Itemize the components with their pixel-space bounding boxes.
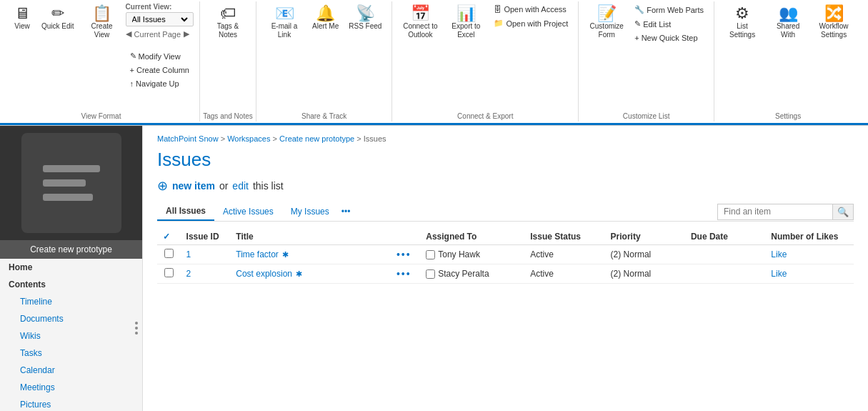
search-box: 🔍	[717, 204, 854, 220]
left-arrow-icon[interactable]: ◀	[126, 29, 131, 39]
breadcrumb-prototype[interactable]: Create new prototype	[279, 134, 354, 143]
sidebar: Create new prototype Home Contents Timel…	[0, 126, 143, 411]
row-2-checkbox[interactable]	[164, 268, 174, 277]
col-likes-header[interactable]: Number of Likes	[765, 229, 854, 245]
col-check-header: ✓	[157, 229, 181, 245]
sidebar-prototype-label: Create new prototype	[0, 240, 142, 259]
table-row: 2 Cost explosion ✱ ••• Sta	[157, 264, 854, 284]
sidebar-item-timeline[interactable]: Timeline	[0, 293, 131, 310]
row-2-id-link[interactable]: 2	[186, 269, 191, 279]
row-1-asterisk: ✱	[282, 250, 289, 259]
create-view-btn[interactable]: 📋 Create View	[80, 3, 124, 42]
new-item-bar: ⊕ new item or edit this list	[157, 178, 854, 194]
row-2-assigned-name: Stacy Peralta	[438, 269, 489, 279]
create-column-btn[interactable]: + Create Column	[126, 64, 194, 76]
breadcrumb-sep-2: >	[273, 134, 279, 143]
my-issues-tab[interactable]: My Issues	[282, 203, 338, 220]
view-tab-more[interactable]: •••	[338, 203, 354, 220]
quick-edit-btn[interactable]: ✏ Quick Edit	[37, 3, 79, 34]
sidebar-item-documents[interactable]: Documents	[0, 310, 131, 327]
list-settings-icon: ⚙	[735, 6, 749, 21]
search-input[interactable]	[718, 204, 832, 219]
col-priority-header[interactable]: Priority	[605, 229, 685, 245]
sidebar-dots	[131, 316, 142, 340]
tags-notes-btn[interactable]: 🏷 Tags & Notes	[206, 3, 250, 42]
breadcrumb-workspaces[interactable]: Workspaces	[227, 134, 270, 143]
email-link-icon: 📧	[275, 6, 294, 21]
view-dropdown[interactable]: All Issues Active Issues My Issues	[126, 12, 194, 26]
sidebar-item-contents[interactable]: Contents	[0, 276, 131, 293]
view-format-col: Current View: All Issues Active Issues M…	[126, 3, 194, 110]
sidebar-item-pictures[interactable]: Pictures	[0, 396, 131, 411]
workflow-settings-btn[interactable]: 🔀 Workflow Settings	[812, 3, 856, 42]
sidebar-dot-3	[135, 332, 138, 335]
row-2-likes: Like	[765, 264, 854, 284]
col-due-header[interactable]: Due Date	[685, 229, 765, 245]
modify-view-icon: ✎	[130, 51, 136, 61]
view-select[interactable]: All Issues Active Issues My Issues	[129, 14, 190, 24]
customize-form-btn[interactable]: 📝 Customize Form	[584, 3, 629, 42]
breadcrumb-matchpoint[interactable]: MatchPoint Snow	[157, 134, 219, 143]
this-list-text: this list	[253, 180, 284, 192]
export-excel-btn[interactable]: 📊 Export to Excel	[444, 3, 488, 42]
right-arrow-icon[interactable]: ▶	[184, 29, 189, 39]
plus-icon: ⊕	[157, 178, 168, 194]
row-1-assigned-cell: Tony Hawk	[426, 249, 519, 259]
quick-edit-icon: ✏	[51, 6, 64, 21]
row-1-dots-btn[interactable]: •••	[396, 249, 411, 260]
row-2-title: Cost explosion ✱	[230, 264, 391, 284]
shared-with-icon: 👥	[779, 6, 798, 21]
edit-link[interactable]: edit	[232, 180, 249, 192]
row-1-status: Active	[524, 245, 604, 264]
list-settings-btn[interactable]: ⚙ List Settings	[720, 3, 764, 42]
ribbon-group-connect-export: 📅 Connect to Outlook 📊 Export to Excel 🗄…	[392, 1, 579, 122]
ribbon-content: 🖥 View ✏ Quick Edit 📋 Create View Curren…	[0, 0, 868, 123]
col-status-header[interactable]: Issue Status	[524, 229, 604, 245]
row-2-like-link[interactable]: Like	[771, 269, 787, 279]
view-tabs: All Issues Active Issues My Issues ••• 🔍	[157, 202, 854, 222]
sidebar-item-meetings[interactable]: Meetings	[0, 379, 131, 396]
alert-me-btn[interactable]: 🔔 Alert Me	[308, 3, 343, 34]
col-id-header[interactable]: Issue ID	[181, 229, 231, 245]
row-2-title-link[interactable]: Cost explosion ✱	[236, 269, 302, 279]
navigate-up-btn[interactable]: ↑ Navigate Up	[126, 77, 194, 90]
view-icon: 🖥	[14, 6, 30, 21]
row-1-id-link[interactable]: 1	[186, 249, 191, 259]
modify-view-btn[interactable]: ✎ Modify View	[126, 49, 194, 63]
ribbon-group-share-track: 📧 E-mail a Link 🔔 Alert Me 📡 RSS Feed Sh…	[256, 1, 392, 122]
all-issues-tab[interactable]: All Issues	[157, 202, 214, 221]
connect-outlook-btn[interactable]: 📅 Connect to Outlook	[398, 3, 442, 42]
view-btn[interactable]: 🖥 View	[9, 3, 36, 34]
row-2-id: 2	[181, 264, 231, 284]
row-1-like-link[interactable]: Like	[771, 249, 787, 259]
sidebar-item-calendar[interactable]: Calendar	[0, 362, 131, 379]
shared-with-btn[interactable]: 👥 Shared With	[766, 3, 810, 42]
active-issues-tab[interactable]: Active Issues	[214, 203, 282, 220]
new-item-link[interactable]: new item	[172, 180, 215, 192]
col-title-header[interactable]: Title	[230, 229, 391, 245]
open-access-btn[interactable]: 🗄 Open with Access	[489, 3, 572, 16]
row-1-checkbox[interactable]	[164, 249, 174, 258]
rss-feed-btn[interactable]: 📡 RSS Feed	[344, 3, 386, 34]
share-track-items: 📧 E-mail a Link 🔔 Alert Me 📡 RSS Feed	[262, 3, 386, 52]
open-project-btn[interactable]: 📁 Open with Project	[489, 16, 572, 30]
row-1-assigned-checkbox[interactable]	[426, 250, 435, 259]
sidebar-item-tasks[interactable]: Tasks	[0, 345, 131, 362]
sidebar-item-home[interactable]: Home	[0, 259, 131, 276]
connect-export-items: 📅 Connect to Outlook 📊 Export to Excel 🗄…	[398, 3, 572, 52]
row-2-dots-btn[interactable]: •••	[396, 268, 411, 279]
row-2-due	[685, 264, 765, 284]
sidebar-item-wikis[interactable]: Wikis	[0, 327, 131, 345]
workflow-settings-icon: 🔀	[824, 6, 844, 21]
form-parts-btn[interactable]: 🔧 Form Web Parts	[630, 3, 708, 16]
row-2-assigned-checkbox[interactable]	[426, 269, 435, 279]
row-1-title-link[interactable]: Time factor ✱	[236, 249, 289, 259]
new-quick-step-btn[interactable]: + New Quick Step	[630, 31, 708, 44]
search-button[interactable]: 🔍	[832, 204, 853, 219]
open-project-icon: 📁	[494, 19, 504, 28]
email-link-btn[interactable]: 📧 E-mail a Link	[262, 3, 306, 42]
edit-list-btn[interactable]: ✎ Edit List	[630, 17, 708, 31]
connect-export-col: 🗄 Open with Access 📁 Open with Project	[489, 3, 572, 40]
col-assigned-header[interactable]: Assigned To	[420, 229, 524, 245]
customize-form-icon: 📝	[597, 6, 617, 21]
